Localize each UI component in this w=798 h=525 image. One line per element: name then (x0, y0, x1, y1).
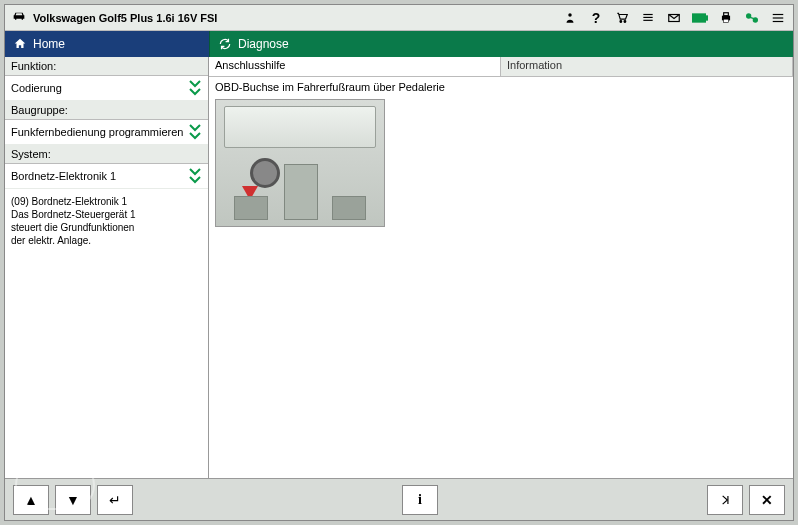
system-value: Bordnetz-Elektronik 1 (11, 170, 116, 182)
baugruppe-dropdown[interactable]: Funkfernbedienung programmieren (5, 120, 208, 145)
home-icon (13, 37, 27, 51)
chevron-down-icon (188, 168, 202, 184)
mail-icon[interactable] (665, 9, 683, 27)
svg-point-2 (624, 20, 626, 22)
battery-icon[interactable] (691, 9, 709, 27)
home-button[interactable]: Home (5, 31, 209, 57)
list-icon[interactable] (639, 9, 657, 27)
system-label: System: (5, 145, 208, 164)
cart-icon[interactable] (613, 9, 631, 27)
home-label: Home (33, 37, 65, 51)
footer-bar: ▲ ▼ ↵ i ✕ (5, 478, 793, 520)
enter-button[interactable]: ↵ (97, 485, 133, 515)
svg-point-1 (620, 20, 622, 22)
sidebar: Funktion: Codierung Baugruppe: Funkfernb… (5, 57, 209, 478)
funktion-dropdown[interactable]: Codierung (5, 76, 208, 101)
funktion-value: Codierung (11, 82, 62, 94)
svg-rect-5 (643, 19, 652, 20)
baugruppe-value: Funkfernbedienung programmieren (11, 126, 183, 138)
obd-location-text: OBD-Buchse im Fahrerfußraum über Pedaler… (215, 81, 787, 93)
svg-rect-11 (724, 19, 729, 23)
connection-icon[interactable] (743, 9, 761, 27)
main-panel: Anschlusshilfe Information OBD-Buchse im… (209, 57, 793, 478)
system-info-text: (09) Bordnetz-Elektronik 1 Das Bordnetz-… (5, 189, 208, 253)
funktion-label: Funktion: (5, 57, 208, 76)
chevron-down-icon (188, 80, 202, 96)
tab-anschlusshilfe[interactable]: Anschlusshilfe (209, 57, 501, 76)
title-bar: Volkswagen Golf5 Plus 1.6i 16V FSI ? (5, 5, 793, 31)
svg-rect-14 (773, 13, 784, 14)
svg-rect-4 (643, 16, 652, 17)
diagnose-button[interactable]: Diagnose (209, 31, 793, 57)
next-button[interactable] (707, 485, 743, 515)
refresh-icon (218, 37, 232, 51)
help-icon[interactable]: ? (587, 9, 605, 27)
system-dropdown[interactable]: Bordnetz-Elektronik 1 (5, 164, 208, 189)
diagnose-label: Diagnose (238, 37, 289, 51)
toolbar: ? (561, 9, 787, 27)
close-button[interactable]: ✕ (749, 485, 785, 515)
tab-information[interactable]: Information (501, 57, 793, 76)
dashboard-image (215, 99, 385, 227)
svg-rect-10 (724, 12, 729, 15)
info-button[interactable]: i (402, 485, 438, 515)
svg-rect-8 (706, 16, 707, 20)
svg-rect-7 (693, 14, 706, 22)
baugruppe-label: Baugruppe: (5, 101, 208, 120)
print-icon[interactable] (717, 9, 735, 27)
up-button[interactable]: ▲ (13, 485, 49, 515)
chevron-down-icon (188, 124, 202, 140)
svg-rect-15 (773, 17, 784, 18)
car-icon (11, 8, 27, 28)
vehicle-title: Volkswagen Golf5 Plus 1.6i 16V FSI (33, 12, 217, 24)
menu-icon[interactable] (769, 9, 787, 27)
person-icon[interactable] (561, 9, 579, 27)
down-button[interactable]: ▼ (55, 485, 91, 515)
svg-rect-3 (643, 13, 652, 14)
svg-point-0 (568, 13, 572, 17)
svg-rect-16 (773, 20, 784, 21)
